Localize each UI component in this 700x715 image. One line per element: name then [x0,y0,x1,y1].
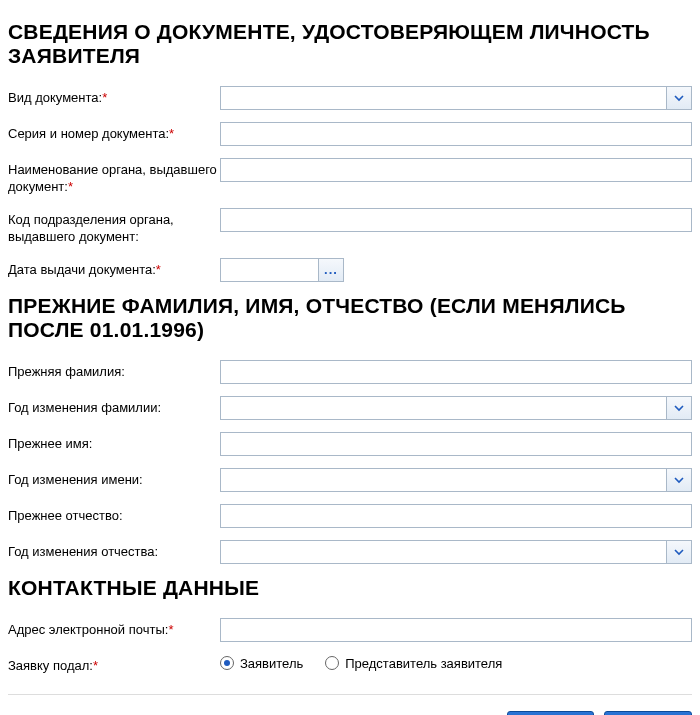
patr-year-select[interactable] [220,540,692,564]
name-year-label: Год изменения имени: [8,468,220,489]
doc-type-select[interactable] [220,86,692,110]
surname-year-label: Год изменения фамилии: [8,396,220,417]
section-doc-heading: СВЕДЕНИЯ О ДОКУМЕНТЕ, УДОСТОВЕРЯЮЩЕМ ЛИЧ… [8,20,692,68]
issuer-label: Наименование органа, выдавшего документ:… [8,158,220,196]
name-year-select[interactable] [220,468,692,492]
chevron-down-icon[interactable] [666,468,692,492]
divider [8,694,692,695]
radio-representative-label: Представитель заявителя [345,656,502,671]
radio-applicant[interactable] [220,656,234,670]
submitted-label: Заявку подал:* [8,654,220,675]
issuer-input[interactable] [220,158,692,182]
patr-year-label: Год изменения отчества: [8,540,220,561]
date-picker-button[interactable]: ... [318,258,344,282]
prev-patr-input[interactable] [220,504,692,528]
prev-surname-input[interactable] [220,360,692,384]
prev-patr-label: Прежнее отчество: [8,504,220,525]
section-prev-names-heading: ПРЕЖНИЕ ФАМИЛИЯ, ИМЯ, ОТЧЕСТВО (ЕСЛИ МЕН… [8,294,692,342]
radio-applicant-label: Заявитель [240,656,303,671]
surname-year-select[interactable] [220,396,692,420]
radio-representative[interactable] [325,656,339,670]
chevron-down-icon[interactable] [666,396,692,420]
submitter-radio-group: Заявитель Представитель заявителя [220,654,692,671]
doc-type-label: Вид документа:* [8,86,220,107]
dept-code-input[interactable] [220,208,692,232]
email-label: Адрес электронной почты:* [8,618,220,639]
chevron-down-icon[interactable] [666,540,692,564]
issue-date-input[interactable] [220,258,318,282]
series-input[interactable] [220,122,692,146]
email-input[interactable] [220,618,692,642]
chevron-down-icon[interactable] [666,86,692,110]
issue-date-label: Дата выдачи документа:* [8,258,220,279]
back-button[interactable]: << Назад [507,711,594,715]
prev-name-label: Прежнее имя: [8,432,220,453]
next-button[interactable]: Далее >> [604,711,692,715]
series-label: Серия и номер документа:* [8,122,220,143]
prev-name-input[interactable] [220,432,692,456]
section-contacts-heading: КОНТАКТНЫЕ ДАННЫЕ [8,576,692,600]
issue-date-picker[interactable]: ... [220,258,692,282]
dept-code-label: Код подразделения органа, выдавшего доку… [8,208,220,246]
button-bar: << Назад Далее >> [8,711,692,715]
prev-surname-label: Прежняя фамилия: [8,360,220,381]
